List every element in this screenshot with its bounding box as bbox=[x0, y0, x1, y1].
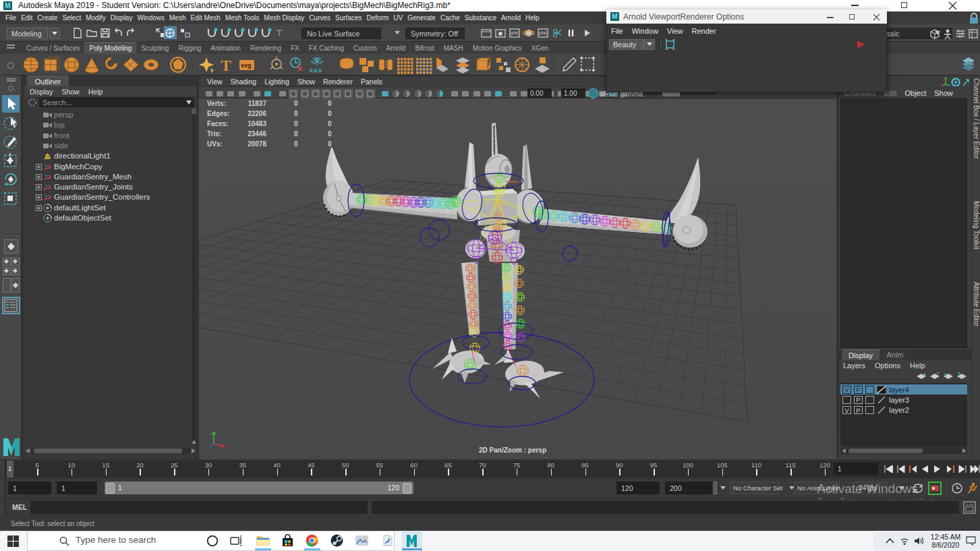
svg-text:IPR: IPR bbox=[511, 31, 519, 36]
svg-text:IPR: IPR bbox=[539, 31, 547, 36]
svg-text:T: T bbox=[221, 57, 231, 74]
svg-text:0,0,0: 0,0,0 bbox=[310, 67, 322, 74]
svg-text:svg: svg bbox=[241, 62, 252, 69]
